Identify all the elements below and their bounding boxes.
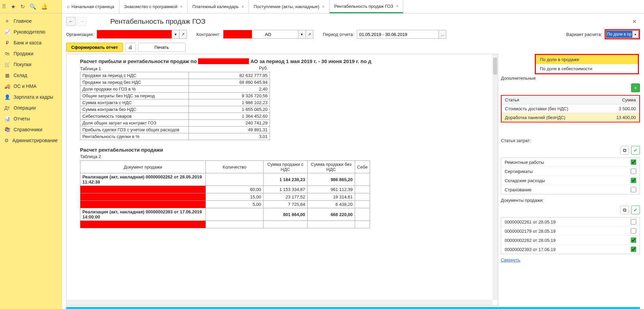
doc-row[interactable]: 00000002262 от 28.05.19: [501, 236, 640, 245]
costs-list: Ремонтные работыСертификатыСкладские рас…: [501, 157, 640, 194]
doc-row[interactable]: 00000002261 от 28.05.19: [501, 217, 640, 227]
sidebar-item[interactable]: 🛍Продажи: [0, 48, 62, 59]
org-input[interactable]: [97, 30, 172, 38]
article-name: Стоимость доставки (без НДС): [505, 106, 599, 111]
doc-row[interactable]: 00000002179 от 28.05.19: [501, 227, 640, 236]
t2-cell: 19 314,61: [307, 193, 355, 201]
t1-value: 49 891,31: [189, 127, 270, 133]
t1-name: Продажи за период с НДС: [80, 72, 189, 79]
org-open-icon[interactable]: ↗: [179, 30, 187, 38]
bell-icon[interactable]: 🔔: [41, 3, 48, 10]
org-combo[interactable]: ▾ ↗: [97, 30, 187, 39]
t2-doc: Реализация (акт, накладная) 00000002262 …: [80, 173, 206, 186]
scrollbar-v[interactable]: [492, 54, 498, 300]
article-row[interactable]: Стоимость доставки (без НДС)3 500,00: [502, 104, 639, 113]
period-combo[interactable]: ...: [357, 30, 446, 39]
check-all-button-2[interactable]: ✔: [631, 206, 640, 214]
org-dropdown-icon[interactable]: ▾: [172, 30, 179, 38]
copy-button[interactable]: ⧉: [620, 146, 629, 155]
contr-input[interactable]: [223, 30, 298, 38]
cost-name: Ремонтные работы: [505, 160, 544, 165]
doc-name: 00000002261 от 28.05.19: [505, 219, 555, 225]
add-button[interactable]: +: [631, 83, 640, 92]
t2-header: Себе: [355, 161, 370, 173]
star-icon[interactable]: ★: [11, 3, 16, 10]
variant-dropdown-icon[interactable]: ▾: [632, 31, 638, 38]
t1-name: Рентабельность сделки в %: [80, 133, 189, 140]
tabs-bar: ⌂Начальная страницаЗнакомство с программ…: [62, 0, 644, 13]
form-report-button[interactable]: Сформировать отчет: [66, 43, 123, 52]
sidebar-item[interactable]: 📚Справочники: [0, 124, 62, 135]
t2-cell: 23 177,52: [264, 193, 308, 201]
tab[interactable]: Рентабельность продаж ГОЗ×: [330, 0, 404, 13]
forward-button[interactable]: →: [77, 17, 86, 26]
tab-close-icon[interactable]: ×: [396, 4, 398, 8]
cost-row[interactable]: Сертификаты: [501, 167, 640, 176]
contr-dropdown-icon[interactable]: ▾: [298, 30, 306, 38]
dd-option-sale[interactable]: По доли в продаже: [536, 55, 638, 64]
sidebar-item[interactable]: 👤Зарплата и кадры: [0, 92, 62, 102]
sidebar-item[interactable]: 📊Отчеты: [0, 113, 62, 124]
tab-close-icon[interactable]: ×: [241, 4, 244, 9]
tab[interactable]: Платежный календарь×: [188, 0, 249, 13]
docs-list: 00000002261 от 28.05.1900000002179 от 28…: [501, 217, 640, 254]
period-more-button[interactable]: ...: [438, 30, 446, 38]
contr-open-icon[interactable]: ↗: [306, 30, 313, 38]
apps-icon[interactable]: ⠿: [2, 3, 6, 10]
sidebar-item[interactable]: ₽Банк и касса: [0, 37, 62, 48]
tab-label: Поступление (акты, накладные): [254, 4, 319, 9]
search-icon[interactable]: 🔍: [30, 3, 36, 10]
collapse-link[interactable]: Свернуть: [501, 256, 640, 264]
article-row[interactable]: Доработка панелей (безНДС)13 400,00: [502, 113, 639, 122]
t2-doc: [80, 193, 206, 201]
sidebar-item[interactable]: ⚙Администрирование: [0, 135, 62, 146]
variant-select[interactable]: ▾: [606, 31, 639, 38]
tab[interactable]: ⌂Начальная страница: [62, 0, 119, 13]
tab-close-icon[interactable]: ×: [322, 4, 325, 9]
sidebar-icon: ₽: [4, 40, 10, 45]
t1-name: Продажи за период без НДС: [80, 79, 189, 86]
variant-input[interactable]: [606, 31, 632, 38]
close-icon[interactable]: ×: [632, 18, 640, 25]
cost-row[interactable]: Страхование: [501, 185, 640, 194]
doc-row[interactable]: 00000002393 от 17.06.19: [501, 245, 640, 254]
actions-row: Сформировать отчет 🖨 Печать: [62, 41, 644, 54]
cost-checkbox[interactable]: [631, 178, 636, 183]
cost-checkbox[interactable]: [631, 187, 636, 192]
cost-row[interactable]: Складские расходы: [501, 176, 640, 185]
sidebar-item[interactable]: 🚚ОС и НМА: [0, 81, 62, 92]
sidebar-item[interactable]: 🛒Покупки: [0, 59, 62, 70]
doc-checkbox[interactable]: [631, 219, 636, 225]
tab-close-icon[interactable]: ×: [180, 4, 182, 9]
doc-checkbox[interactable]: [631, 228, 636, 234]
check-all-button[interactable]: ✔: [631, 146, 640, 155]
print-button[interactable]: Печать: [138, 43, 186, 52]
doc-checkbox[interactable]: [631, 237, 636, 243]
back-button[interactable]: ←: [66, 17, 76, 26]
cost-row[interactable]: Ремонтные работы: [501, 158, 640, 167]
filters-row: Организация: ▾ ↗ Контрагент: ▾ ↗ Период …: [62, 28, 644, 41]
contr-combo[interactable]: ▾ ↗: [223, 30, 313, 39]
variant-label: Вариант расчета:: [566, 32, 602, 37]
sidebar-item[interactable]: ≡Главное: [0, 16, 62, 26]
print-icon-button[interactable]: 🖨: [125, 43, 136, 52]
doc-checkbox[interactable]: [631, 247, 636, 252]
tab[interactable]: Знакомство с программой×: [119, 0, 188, 13]
history-icon[interactable]: ↻: [20, 3, 25, 10]
sidebar-item[interactable]: ДтОперации: [0, 102, 62, 113]
cost-name: Сертификаты: [505, 169, 533, 174]
rub-label: Руб.: [259, 65, 270, 72]
copy-button-2[interactable]: ⧉: [620, 206, 629, 214]
dd-option-cost[interactable]: По доли в себестоимости: [536, 64, 638, 73]
sidebar-item[interactable]: ▦Склад: [0, 70, 62, 81]
t2-cell: [206, 208, 264, 221]
cost-checkbox[interactable]: [631, 169, 636, 174]
period-input[interactable]: [357, 30, 438, 38]
scrollbar-h[interactable]: [66, 300, 492, 305]
article-name: Доработка панелей (безНДС): [505, 115, 599, 120]
tab[interactable]: Поступление (акты, накладные)×: [249, 0, 329, 13]
contr-label: Контрагент:: [196, 32, 220, 37]
sidebar-item[interactable]: 📈Руководителю: [0, 26, 62, 37]
t2-doc: Реализация (акт, накладная) 00000002393 …: [80, 208, 206, 221]
cost-checkbox[interactable]: [631, 159, 636, 165]
